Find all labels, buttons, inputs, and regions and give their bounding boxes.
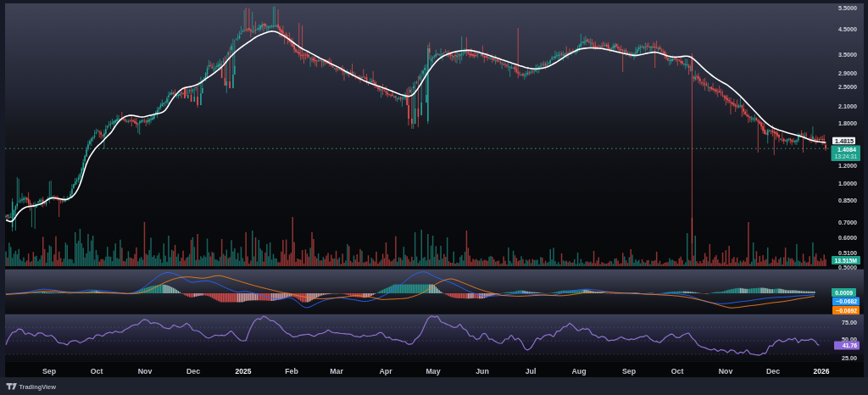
svg-text:Jun: Jun	[476, 367, 489, 376]
svg-text:2.1000: 2.1000	[838, 103, 857, 110]
svg-text:25.00: 25.00	[842, 354, 857, 362]
svg-text:Nov: Nov	[719, 367, 733, 376]
svg-text:0.0009: 0.0009	[835, 290, 853, 296]
svg-text:−0.0682: −0.0682	[836, 298, 857, 304]
svg-text:0.8500: 0.8500	[838, 197, 857, 204]
svg-text:1.4815: 1.4815	[835, 137, 854, 145]
svg-text:Aug: Aug	[571, 367, 586, 376]
svg-text:1.2000: 1.2000	[838, 162, 857, 170]
svg-text:75.00: 75.00	[842, 319, 857, 326]
svg-text:3.5000: 3.5000	[838, 51, 857, 58]
svg-text:1.0000: 1.0000	[838, 180, 857, 187]
svg-text:Dec: Dec	[766, 367, 780, 376]
svg-text:Nov: Nov	[138, 367, 153, 376]
svg-text:2.5000: 2.5000	[838, 83, 857, 91]
svg-text:2.9000: 2.9000	[838, 70, 857, 77]
svg-text:1.8000: 1.8000	[838, 120, 857, 127]
svg-text:TradingView: TradingView	[19, 383, 57, 391]
svg-text:Apr: Apr	[379, 367, 392, 376]
svg-text:Jul: Jul	[526, 367, 537, 376]
svg-text:2025: 2025	[236, 367, 252, 376]
svg-text:Sep: Sep	[622, 367, 637, 376]
svg-text:May: May	[426, 367, 440, 376]
svg-text:Feb: Feb	[285, 367, 298, 376]
svg-text:41.76: 41.76	[843, 342, 857, 348]
svg-text:0.7000: 0.7000	[838, 219, 857, 226]
svg-text:−0.0692: −0.0692	[836, 308, 857, 314]
svg-text:Sep: Sep	[42, 367, 57, 376]
svg-text:Dec: Dec	[186, 367, 200, 376]
svg-text:Oct: Oct	[91, 367, 103, 376]
svg-text:0.6000: 0.6000	[838, 234, 857, 242]
svg-text:Oct: Oct	[671, 367, 684, 376]
svg-text:13.515M: 13.515M	[835, 258, 858, 264]
svg-text:2026: 2026	[814, 367, 830, 376]
svg-text:0.5100: 0.5100	[838, 249, 857, 257]
svg-text:4.5000: 4.5000	[838, 25, 857, 33]
svg-text:13:24:31: 13:24:31	[835, 153, 858, 159]
svg-text:Mar: Mar	[330, 367, 343, 376]
svg-text:5.5000: 5.5000	[838, 4, 857, 12]
svg-text:1.4084: 1.4084	[837, 146, 856, 153]
